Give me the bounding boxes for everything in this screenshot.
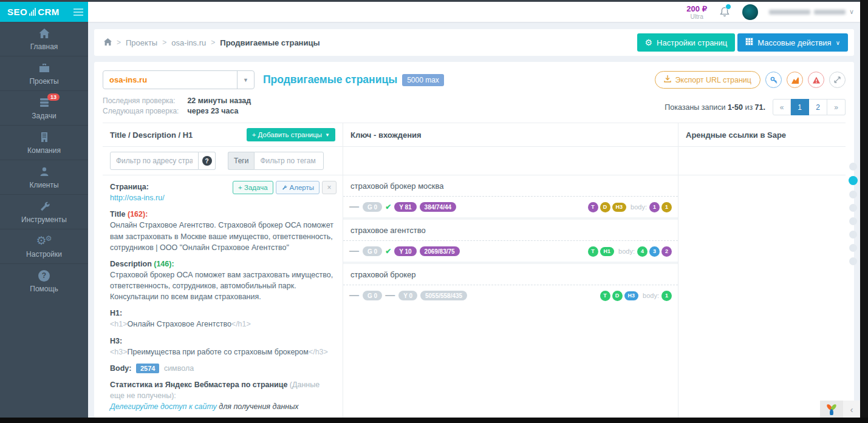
sidebar-item-tools[interactable]: Инструменты [0, 195, 88, 229]
limit-badge: 5000 max [402, 74, 444, 86]
title-length: (162): [128, 210, 148, 218]
panel-subheader: Последняя проверка: 22 минуты назад След… [103, 96, 846, 115]
bulk-actions-button[interactable]: Массовые действия ∨ [737, 33, 848, 52]
bulk-actions-label: Массовые действия [757, 38, 831, 47]
google-position-badge: G 0 [363, 202, 382, 212]
body-count-badge: 2574 [136, 364, 159, 373]
key-group: страховой брокер москва — G 0 ✔ Y 81 384… [343, 175, 678, 220]
yandex-position-badge: Y 81 [394, 202, 416, 212]
tag-h3-badge: H3 [612, 203, 627, 212]
title-label: Title [110, 210, 125, 218]
breadcrumb-link-project[interactable]: osa-ins.ru [171, 38, 206, 47]
app-logo[interactable]: SEO CRM [0, 2, 88, 22]
screenshot-frame-bottom [0, 418, 868, 423]
tag-d-badge: D [600, 202, 610, 212]
check-info: Последняя проверка: 22 минуты назад След… [103, 96, 251, 115]
chart-button[interactable] [787, 72, 803, 88]
page-1[interactable]: 1 [791, 99, 809, 115]
h1-open-tag: <h1> [110, 320, 128, 328]
grid-icon [745, 38, 753, 47]
sidebar-item-projects[interactable]: Проекты [0, 56, 88, 91]
page-prev[interactable]: « [773, 99, 791, 115]
frequency-badge: 2069/83/75 [420, 246, 460, 256]
key-count-badge: 1 [661, 291, 672, 301]
notifications-bell-icon[interactable] [718, 5, 731, 19]
chevron-down-icon: ▼ [237, 71, 254, 89]
scroll-dot[interactable] [849, 163, 857, 171]
tag-t-badge: T [600, 291, 610, 301]
scroll-dot[interactable] [849, 217, 857, 225]
home-icon[interactable] [104, 38, 112, 47]
check-icon: ✔ [385, 203, 391, 211]
key-badges-row: — G 0 — Y 0 5055/558/435 T D H3 [343, 285, 678, 306]
filter-help-button[interactable]: ? [199, 152, 216, 170]
page-scroll-dots [849, 163, 858, 265]
balance[interactable]: 200 ₽ Ultra [686, 5, 707, 20]
keys-cell: страховой брокер москва — G 0 ✔ Y 81 384… [343, 175, 678, 418]
tags-filter-group: Теги [228, 152, 324, 170]
add-task-button[interactable]: + Задача [233, 181, 273, 194]
sidebar-item-label: Настройки [26, 250, 62, 259]
key-count-badge: 1 [649, 202, 660, 212]
delegate-access-rest: для получения данных [219, 402, 298, 411]
scroll-dot[interactable] [849, 231, 857, 239]
last-check-label: Последняя проверка: [103, 96, 179, 105]
h3-close-tag: </h3> [309, 348, 328, 356]
no-value-dash: — [349, 201, 359, 212]
add-pages-button[interactable]: + Добавить страницы ▼ [247, 128, 335, 141]
no-value-dash: — [385, 290, 395, 301]
briefcase-icon [38, 62, 51, 74]
table-header-row: Title / Description / H1 + Добавить стра… [103, 123, 846, 147]
scroll-dot-active[interactable] [849, 176, 858, 185]
breadcrumb-separator: > [162, 38, 166, 47]
yandex-position-badge: Y 10 [394, 246, 416, 256]
close-icon[interactable]: × [322, 181, 337, 194]
breadcrumb-separator: > [117, 38, 121, 47]
scroll-dot[interactable] [849, 257, 857, 265]
export-urls-button[interactable]: Экспорт URL страниц [655, 71, 760, 89]
sidebar-item-company[interactable]: Компания [0, 126, 88, 160]
export-urls-label: Экспорт URL страниц [675, 76, 751, 84]
description-label: Description [110, 260, 152, 268]
h3-open-tag: <h3> [110, 348, 128, 356]
tags-addon-label: Теги [228, 152, 254, 170]
page-url-link[interactable]: http://osa-ins.ru/ [110, 192, 165, 203]
chat-collapse-chevron[interactable]: ‹ [843, 401, 860, 418]
scroll-dot[interactable] [849, 204, 857, 212]
sidebar-item-help[interactable]: ? Помощь [0, 264, 88, 299]
scroll-dot[interactable] [849, 191, 857, 198]
col-sape-header: Арендные ссылки в Sape [678, 123, 846, 146]
avatar[interactable] [742, 4, 758, 20]
panel-header-tools: Экспорт URL страниц [655, 71, 846, 89]
keys-button[interactable] [765, 72, 782, 88]
project-select[interactable]: osa-ins.ru ▼ [103, 70, 255, 89]
user-menu[interactable]: ∨ [769, 8, 854, 16]
tags-filter-input[interactable] [254, 152, 324, 170]
url-filter-input[interactable] [110, 152, 199, 170]
url-filter-group: ? [110, 152, 216, 170]
alerts-button[interactable]: Алерты [276, 181, 320, 194]
scroll-dot[interactable] [849, 244, 857, 252]
page-next[interactable]: » [827, 99, 846, 115]
logo-crm: CRM [38, 7, 60, 17]
chat-widget-logo-icon[interactable] [820, 401, 843, 418]
fullscreen-button[interactable] [829, 72, 846, 88]
body-suffix: символа [164, 364, 194, 373]
username-redacted [769, 10, 810, 15]
sidebar-item-tasks[interactable]: Задачи 13 [0, 91, 88, 126]
delegate-access-link[interactable]: Делегируйте доступ к сайту [110, 402, 217, 411]
logo-bars-icon [29, 8, 36, 16]
sidebar-item-home[interactable]: Главная [0, 22, 88, 56]
breadcrumb-link-projects[interactable]: Проекты [126, 38, 157, 47]
alerts-warning-button[interactable] [808, 72, 824, 88]
page-settings-button[interactable]: ⚙ Настройки страниц [637, 33, 736, 52]
col-title-header: Title / Description / H1 + Добавить стра… [103, 123, 343, 146]
menu-toggle-icon[interactable] [73, 8, 83, 16]
chevron-down-icon: ∨ [836, 39, 840, 46]
col-keys-header: Ключ - вхождения [343, 123, 678, 146]
sidebar-item-settings[interactable]: ⚙⚙ Настройки [0, 229, 88, 264]
key-badges-row: — G 0 ✔ Y 81 384/74/44 T D H3 [343, 197, 678, 217]
page-2[interactable]: 2 [809, 99, 827, 115]
sidebar-item-clients[interactable]: Клиенты [0, 160, 88, 195]
screenshot-frame-right [860, 0, 868, 423]
